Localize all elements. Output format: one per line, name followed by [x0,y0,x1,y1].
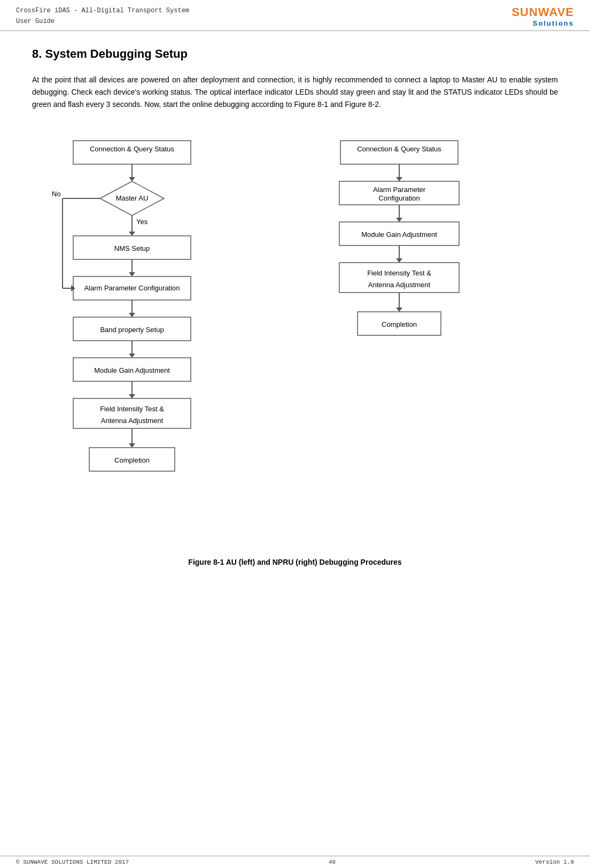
svg-marker-7 [129,232,135,236]
svg-text:Field Intensity Test &: Field Intensity Test & [367,269,431,277]
header-text: CrossFire iDAS - All-Digital Transport S… [16,5,189,27]
svg-marker-53 [396,308,402,312]
section-title: 8. System Debugging Setup [32,47,558,61]
left-box1-text: Connection & Query Status [90,145,174,153]
svg-text:Band property Setup: Band property Setup [100,326,164,334]
svg-text:Alarm Parameter: Alarm Parameter [373,186,426,194]
svg-marker-11 [129,272,135,276]
logo: SUNWAVE Solutions [511,5,574,27]
svg-marker-39 [396,177,402,181]
svg-text:Yes: Yes [136,218,148,226]
svg-marker-2 [129,177,135,181]
svg-text:Configuration: Configuration [378,194,420,202]
svg-marker-28 [129,394,135,398]
flowchart-svg: Connection & Query Status Master AU Yes … [41,130,549,547]
svg-text:No: No [52,190,61,198]
svg-text:Module Gain Adjustment: Module Gain Adjustment [361,231,437,239]
svg-marker-48 [396,258,402,263]
body-paragraph: At the point that all devices are powere… [32,74,558,111]
footer-copyright: © SUNWAVE SOLUTIONS LIMITED 2017 [16,859,129,865]
logo-wave: WAVE [538,5,574,19]
svg-text:Completion: Completion [382,320,417,328]
logo-sun: SUN [511,5,538,19]
svg-text:Connection & Query Status: Connection & Query Status [357,145,441,153]
figure-caption: Figure 8-1 AU (left) and NPRU (right) De… [32,558,558,566]
footer-page: 49 [329,859,336,865]
page-header: CrossFire iDAS - All-Digital Transport S… [0,0,590,31]
flowchart-area: Connection & Query Status Master AU Yes … [32,130,558,547]
svg-marker-33 [129,443,135,448]
main-content: 8. System Debugging Setup At the point t… [0,31,590,609]
logo-solutions: Solutions [533,19,574,27]
svg-text:Alarm Parameter Configuration: Alarm Parameter Configuration [84,284,180,292]
svg-text:Module Gain Adjustment: Module Gain Adjustment [94,366,170,374]
svg-marker-24 [129,354,135,358]
svg-text:Completion: Completion [114,456,150,464]
svg-marker-20 [129,313,135,317]
page-footer: © SUNWAVE SOLUTIONS LIMITED 2017 49 Vers… [0,856,590,868]
svg-text:Antenna Adjustment: Antenna Adjustment [101,417,164,425]
svg-text:Antenna Adjustment: Antenna Adjustment [368,281,431,289]
svg-text:Master AU: Master AU [116,194,149,202]
svg-text:Field Intensity Test &: Field Intensity Test & [100,405,164,413]
footer-version: Version 1.0 [535,859,574,865]
svg-marker-44 [396,218,402,222]
svg-text:NMS Setup: NMS Setup [114,244,150,252]
